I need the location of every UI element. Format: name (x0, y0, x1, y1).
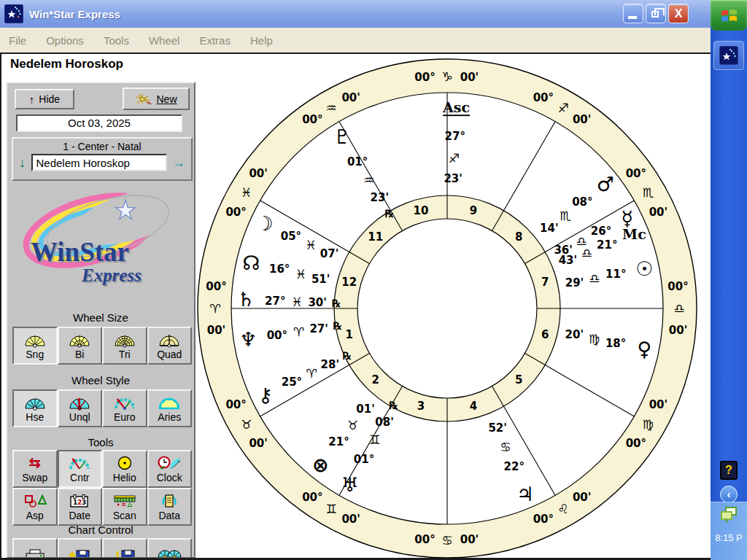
minimize-icon (628, 16, 637, 19)
wheel-style-aries-button[interactable]: Aries (147, 389, 193, 427)
wheel-size-tri-button[interactable]: Tri (102, 327, 147, 365)
ring-min-Aquarius: 00' (341, 91, 360, 104)
point-Uranus-retro: ℞ (389, 400, 398, 411)
wheel-style-unql-button[interactable]: Unql (58, 389, 103, 427)
point-PartOfFortune-deg: 21° (328, 435, 349, 448)
point-Mars-min: 14' (540, 222, 558, 235)
collapse-tray-icon[interactable]: ‹ (720, 486, 738, 503)
calendar-icon: 123 (69, 492, 90, 510)
logo-subtitle: Express (81, 265, 142, 285)
menu-wheel[interactable]: Wheel (149, 34, 180, 47)
ring-glyph-Aquarius: ♒ (325, 101, 336, 115)
chart-date-field[interactable]: Oct 03, 2025 (16, 114, 182, 132)
screen: Win*Star Express X File Options Tools Wh… (0, 0, 747, 560)
prev-chart-arrow-icon[interactable]: ↓ (19, 155, 26, 171)
menubar: File Options Tools Wheel Extras Help (0, 28, 711, 52)
point-NorthNode-glyph: ☊ (242, 252, 260, 274)
point-Neptune-min: 27' (309, 322, 328, 335)
house-number-3: 3 (417, 400, 425, 413)
data-clipboard-icon (158, 492, 181, 510)
new-chart-button[interactable]: New (123, 88, 190, 110)
tool-swap-button[interactable]: ⇆ Swap (12, 450, 58, 488)
chart-name-input[interactable] (31, 154, 167, 171)
ring-deg-Cancer: 00° (414, 533, 435, 546)
client-area: Nedelem Horoskop ↑ Hide New (0, 52, 711, 560)
tool-cntr-button[interactable]: Cntr (58, 450, 103, 488)
house-number-1: 1 (346, 328, 353, 341)
house-number-2: 2 (371, 373, 379, 386)
tool-data-button[interactable]: Data (147, 488, 193, 526)
ring-glyph-Scorpio: ♏ (643, 185, 654, 200)
menu-help[interactable]: Help (250, 34, 273, 47)
start-button[interactable] (711, 0, 747, 31)
ring-min-Pisces: 00' (249, 167, 267, 180)
point-Uranus-glyph: ♅ (341, 473, 359, 496)
restore-button[interactable] (646, 4, 666, 23)
wheel-style-euro-button[interactable]: Euro (102, 389, 147, 427)
help-tray-icon[interactable]: ? (720, 461, 738, 480)
ring-glyph-Libra: ♎ (673, 301, 684, 316)
single-wheel-icon (23, 331, 47, 349)
point-Mercury-deg: 26° (591, 225, 611, 238)
ring-glyph-Taurus: ♉ (241, 417, 252, 432)
point-Sun-min: 29' (565, 276, 584, 289)
house-number-9: 9 (470, 204, 477, 217)
close-icon: X (669, 4, 688, 23)
point-Moon-sign: ♓ (305, 238, 316, 252)
menu-tools[interactable]: Tools (104, 34, 129, 47)
tool-clock-button[interactable]: Clock (147, 450, 193, 488)
wheel-size-sng-button[interactable]: Sng (12, 327, 58, 365)
ring-min-Scorpio: 00' (649, 206, 667, 219)
point-NorthNode-deg: 16° (269, 262, 290, 276)
point-Venus-glyph: ♀ (637, 338, 651, 360)
point-Pluto-retro: ℞ (385, 208, 395, 219)
close-button[interactable]: X (668, 4, 689, 23)
tool-asp-button[interactable]: Asp (12, 488, 58, 526)
load-chart-button[interactable] (102, 538, 147, 559)
ring-deg-Capricorn: 00° (414, 71, 435, 84)
ring-deg-Leo: 00° (533, 513, 554, 526)
titlebar[interactable]: Win*Star Express X (0, 0, 711, 28)
app-window: Win*Star Express X File Options Tools Wh… (0, 0, 711, 560)
tool-date-button[interactable]: 123 Date (58, 488, 103, 526)
point-Moon-deg: 05° (281, 230, 301, 243)
point-Mars-deg: 08° (572, 195, 592, 209)
point-Jupiter-min: 52' (488, 421, 506, 435)
wheels-button[interactable] (147, 538, 193, 559)
minimize-button[interactable] (623, 4, 643, 23)
ring-glyph-Virgo: ♍ (643, 417, 654, 432)
center-gauge-icon (68, 454, 91, 472)
network-tray-icon[interactable] (719, 506, 738, 524)
app-logo-icon (4, 4, 23, 23)
floppy-down-arrow-icon (113, 548, 136, 559)
menu-extras[interactable]: Extras (199, 34, 231, 47)
print-chart-button[interactable] (12, 538, 58, 559)
point-Chiron-retro: ℞ (342, 350, 352, 362)
point-Mars-sign: ♏ (560, 209, 570, 223)
point-Venus-min: 20' (565, 328, 584, 341)
point-PartOfFortune-sign: ♉ (347, 418, 358, 432)
hide-button[interactable]: ↑ Hide (15, 89, 74, 109)
point-Ascendant-glyph: Asc (442, 99, 470, 115)
wheel-size-bi-button[interactable]: Bi (58, 327, 103, 365)
wheel-size-heading: Wheel Size (7, 311, 194, 324)
menu-file[interactable]: File (9, 34, 26, 47)
point-Saturn-deg: 27° (265, 295, 285, 308)
save-chart-button[interactable] (58, 538, 103, 559)
wheel-style-heading: Wheel Style (7, 374, 194, 386)
point-Uranus-sign: ♊ (369, 432, 380, 447)
taskbar-winstar-button[interactable] (713, 41, 744, 70)
wheel-style-hse-button[interactable]: Hse (12, 389, 58, 427)
point-Jupiter-sign: ♋ (500, 440, 511, 454)
point-Chiron-glyph: ⚷ (258, 384, 273, 406)
next-chart-arrow-icon[interactable]: → (172, 155, 185, 171)
wheel-size-quad-button[interactable]: Quad (147, 327, 193, 365)
point-Midheaven-deg: 21° (597, 238, 617, 252)
ring-glyph-Pisces: ♓ (241, 185, 252, 200)
menu-options[interactable]: Options (46, 34, 84, 47)
tool-helio-button[interactable]: Helio (102, 450, 147, 488)
tool-scan-button[interactable]: Scan (102, 488, 147, 526)
natal-wheel: 00°♈00'00°♉00'00°♊00'00°♋00'00°♌00'00°♍0… (197, 55, 708, 559)
ring-min-Taurus: 00' (249, 437, 267, 450)
ring-deg-Pisces: 00° (225, 206, 246, 219)
